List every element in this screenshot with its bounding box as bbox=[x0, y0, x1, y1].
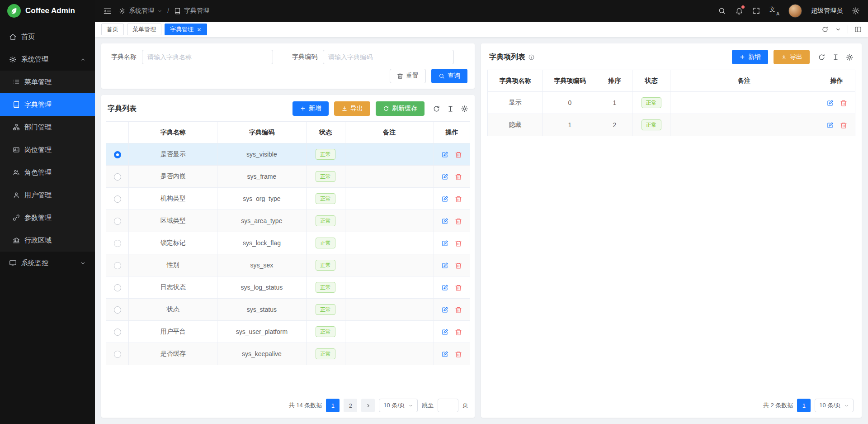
user-name[interactable]: 超级管理员 bbox=[811, 7, 843, 15]
settings-gear-icon[interactable] bbox=[852, 7, 860, 15]
table-row[interactable]: 用户平台sys_user_platform正常 bbox=[106, 321, 470, 343]
table-row[interactable]: 性别sys_sex正常 bbox=[106, 254, 470, 276]
table-row[interactable]: 隐藏12正常 bbox=[488, 114, 855, 136]
sidebar-item-role-mgmt[interactable]: 角色管理 bbox=[0, 161, 95, 184]
row-radio[interactable] bbox=[114, 195, 121, 203]
column-settings-gear-icon[interactable] bbox=[846, 53, 854, 61]
delete-icon[interactable] bbox=[455, 351, 462, 358]
add-button[interactable]: 新增 bbox=[292, 101, 329, 116]
row-height-icon[interactable] bbox=[832, 53, 840, 61]
delete-icon[interactable] bbox=[840, 100, 847, 107]
search-icon[interactable] bbox=[718, 7, 726, 15]
row-radio[interactable] bbox=[114, 284, 121, 291]
edit-icon[interactable] bbox=[441, 351, 448, 358]
row-height-icon[interactable] bbox=[447, 105, 454, 113]
export-items-button[interactable]: 导出 bbox=[774, 50, 810, 64]
jump-suffix: 页 bbox=[462, 401, 468, 410]
status-cell: 正常 bbox=[306, 166, 345, 188]
chevron-down-icon[interactable] bbox=[835, 26, 841, 33]
jump-page-input[interactable] bbox=[438, 399, 458, 412]
tab-close-icon[interactable] bbox=[197, 27, 202, 32]
table-row[interactable]: 是否显示sys_visible正常 bbox=[106, 143, 470, 166]
delete-icon[interactable] bbox=[455, 240, 462, 247]
breadcrumb-root[interactable]: 系统管理 bbox=[129, 7, 154, 15]
delete-icon[interactable] bbox=[455, 284, 462, 291]
info-icon[interactable] bbox=[528, 54, 535, 61]
page-button-1[interactable]: 1 bbox=[326, 399, 340, 412]
row-radio[interactable] bbox=[114, 151, 121, 158]
table-row[interactable]: 区域类型sys_area_type正常 bbox=[106, 210, 470, 232]
row-radio[interactable] bbox=[114, 218, 121, 225]
delete-icon[interactable] bbox=[840, 122, 847, 129]
tab-home[interactable]: 首页 bbox=[101, 24, 124, 35]
table-row[interactable]: 机构类型sys_org_type正常 bbox=[106, 188, 470, 210]
sidebar-item-user-mgmt[interactable]: 用户管理 bbox=[0, 184, 95, 206]
page-button-2[interactable]: 2 bbox=[344, 399, 357, 412]
sidebar-item-dict-mgmt[interactable]: 字典管理 bbox=[0, 93, 95, 116]
page-size-select[interactable]: 10 条/页 bbox=[815, 399, 854, 412]
table-row[interactable]: 锁定标记sys_lock_flag正常 bbox=[106, 232, 470, 254]
sidebar-item-post-mgmt[interactable]: 岗位管理 bbox=[0, 138, 95, 161]
bell-icon[interactable] bbox=[735, 7, 743, 15]
delete-icon[interactable] bbox=[455, 262, 462, 269]
row-radio[interactable] bbox=[114, 240, 121, 247]
refresh-icon[interactable] bbox=[818, 53, 826, 61]
edit-icon[interactable] bbox=[441, 151, 448, 158]
edit-icon[interactable] bbox=[441, 173, 448, 181]
refresh-cache-button[interactable]: 刷新缓存 bbox=[376, 101, 425, 116]
sidebar-item-region[interactable]: 行政区域 bbox=[0, 229, 95, 252]
add-item-button[interactable]: 新增 bbox=[732, 50, 768, 64]
table-row[interactable]: 是否内嵌sys_frame正常 bbox=[106, 166, 470, 188]
dict-name-cell: 是否缓存 bbox=[129, 343, 217, 365]
edit-icon[interactable] bbox=[441, 329, 448, 336]
query-button[interactable]: 查询 bbox=[431, 69, 467, 83]
table-row[interactable]: 日志状态sys_log_status正常 bbox=[106, 276, 470, 299]
tab-menu-mgmt[interactable]: 菜单管理 bbox=[127, 24, 161, 35]
row-radio[interactable] bbox=[114, 329, 121, 336]
export-button[interactable]: 导出 bbox=[334, 101, 370, 116]
delete-icon[interactable] bbox=[455, 195, 462, 203]
sidebar-item-monitor[interactable]: 系统监控 bbox=[0, 252, 95, 274]
edit-icon[interactable] bbox=[441, 284, 448, 291]
column-settings-gear-icon[interactable] bbox=[461, 105, 468, 113]
row-radio[interactable] bbox=[114, 306, 121, 314]
edit-icon[interactable] bbox=[441, 306, 448, 314]
next-page-button[interactable] bbox=[361, 399, 375, 412]
dict-code-input[interactable] bbox=[323, 50, 454, 64]
delete-icon[interactable] bbox=[455, 173, 462, 181]
table-row[interactable]: 是否缓存sys_keepalive正常 bbox=[106, 343, 470, 365]
layout-panel-icon[interactable] bbox=[854, 26, 862, 33]
delete-icon[interactable] bbox=[455, 329, 462, 336]
delete-icon[interactable] bbox=[455, 218, 462, 225]
dict-name-input[interactable] bbox=[142, 50, 273, 64]
edit-icon[interactable] bbox=[826, 122, 834, 129]
table-row[interactable]: 状态sys_status正常 bbox=[106, 299, 470, 321]
edit-icon[interactable] bbox=[441, 240, 448, 247]
sidebar-item-dept-mgmt[interactable]: 部门管理 bbox=[0, 116, 95, 138]
sidebar-item-system[interactable]: 系统管理 bbox=[0, 48, 95, 71]
sidebar-item-param-mgmt[interactable]: 参数管理 bbox=[0, 206, 95, 229]
row-radio[interactable] bbox=[114, 351, 121, 358]
refresh-icon[interactable] bbox=[821, 26, 829, 33]
translate-icon[interactable]: 文A bbox=[769, 6, 779, 15]
edit-icon[interactable] bbox=[441, 195, 448, 203]
delete-icon[interactable] bbox=[455, 151, 462, 158]
edit-icon[interactable] bbox=[441, 262, 448, 269]
sidebar-item-home[interactable]: 首页 bbox=[0, 25, 95, 48]
sidebar-item-menu-mgmt[interactable]: 菜单管理 bbox=[0, 71, 95, 93]
page-size-select[interactable]: 10 条/页 bbox=[379, 399, 418, 412]
avatar[interactable] bbox=[788, 4, 802, 18]
collapse-menu-icon[interactable] bbox=[103, 7, 112, 15]
page-button-1[interactable]: 1 bbox=[797, 399, 811, 412]
refresh-icon[interactable] bbox=[433, 105, 440, 113]
reset-button[interactable]: 重置 bbox=[390, 69, 426, 83]
delete-icon[interactable] bbox=[455, 306, 462, 314]
edit-icon[interactable] bbox=[441, 218, 448, 225]
edit-icon[interactable] bbox=[826, 100, 834, 107]
table-row[interactable]: 显示01正常 bbox=[488, 92, 855, 114]
row-radio[interactable] bbox=[114, 262, 121, 269]
sidebar-item-label: 角色管理 bbox=[24, 168, 52, 177]
tab-dict-mgmt[interactable]: 字典管理 bbox=[165, 24, 207, 35]
fullscreen-icon[interactable] bbox=[752, 7, 760, 15]
row-radio[interactable] bbox=[114, 173, 121, 181]
